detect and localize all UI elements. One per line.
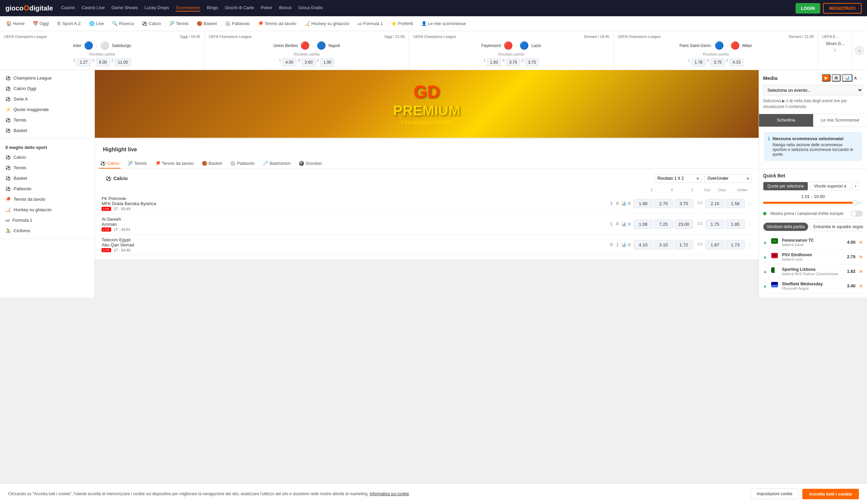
nav-ricerca[interactable]: 🔍 Ricerca: [109, 19, 137, 28]
odd-1-2[interactable]: 4.10: [634, 240, 653, 250]
qb-close-1[interactable]: ✕: [859, 254, 863, 260]
nav-hockey[interactable]: 🏒 Hockey su ghiaccio: [301, 19, 353, 28]
sidebar-quote-maggiorate[interactable]: ⚡ Quote maggiorate: [0, 104, 95, 115]
stats-icon-2[interactable]: 📊: [621, 242, 626, 247]
sidebar-basket-b[interactable]: ⚽ Basket: [0, 173, 95, 184]
nav-home[interactable]: 🏠 Home: [3, 19, 28, 28]
favorite-star-0[interactable]: ☆: [748, 201, 752, 206]
bet-tab-mie-scommesse[interactable]: Le mie Scommesse: [813, 114, 867, 127]
odd-btn-2-0[interactable]: 11.00: [115, 58, 131, 66]
favorite-star-1[interactable]: ☆: [748, 221, 752, 227]
range-slider[interactable]: [763, 202, 863, 204]
over-2[interactable]: 1.87: [705, 240, 725, 250]
odd-btn-1-0[interactable]: 1.27: [76, 58, 90, 66]
qb-like-2[interactable]: ▲: [763, 269, 767, 274]
sport-tab-tennis-tavolo[interactable]: 🏓 Tennis da tavolo: [154, 159, 195, 168]
nav-gioca-gratis[interactable]: Gioca Gratis: [298, 5, 323, 11]
nav-preferiti[interactable]: ⭐ Preferiti: [388, 19, 417, 28]
odd-1-0[interactable]: 1.88: [634, 199, 653, 208]
mt-tab-vincitore[interactable]: Vincitore della partita: [763, 222, 809, 231]
sport-tab-tennis[interactable]: 🎾 Tennis: [126, 159, 148, 168]
sidebar-calcio-oggi[interactable]: ⚽ Calcio Oggi: [0, 83, 95, 94]
qb-filter-selezione[interactable]: Quote per selezione: [763, 182, 808, 190]
elite-toggle-switch[interactable]: [851, 210, 863, 217]
sidebar-formula1[interactable]: 🏎 Formula 1: [0, 215, 95, 226]
nav-formula1[interactable]: 🏎 Formula 1: [354, 19, 386, 28]
sport-tab-pallavolo[interactable]: 🏐 Pallavolo: [228, 159, 256, 168]
register-button[interactable]: REGISTRATI: [823, 3, 861, 13]
under-2[interactable]: 1.73: [726, 240, 745, 250]
nav-lucky-drops[interactable]: Lucky Drops: [144, 5, 169, 11]
sport-tab-calcio[interactable]: ⚽ Calcio: [99, 159, 120, 168]
match-cards-next-btn[interactable]: ›: [855, 46, 864, 55]
odd-btn-x-2[interactable]: 3.70: [506, 58, 520, 66]
odd-btn-2-2[interactable]: 3.75: [525, 58, 539, 66]
sport-tab-badminton[interactable]: 🏸 Badminton: [261, 159, 292, 168]
odd-btn-1-3[interactable]: 1.78: [692, 58, 705, 66]
nav-bingo[interactable]: Bingo: [207, 5, 218, 11]
media-event-select[interactable]: Seleziona un evento...: [763, 85, 863, 96]
nav-sport-az[interactable]: ☰ Sport A-Z: [54, 19, 84, 28]
media-tab-video[interactable]: ▶: [822, 74, 831, 81]
sidebar-hockey[interactable]: 🏒 Hockey su ghiaccio: [0, 205, 95, 215]
odd-2-0[interactable]: 3.75: [674, 199, 693, 208]
qb-like-3[interactable]: ▲: [763, 284, 767, 288]
qb-close-2[interactable]: ✕: [859, 269, 863, 274]
over-0[interactable]: 2.10: [705, 199, 725, 208]
gd-premium-banner[interactable]: GDPREMIUM Il tuo programma fedeltà: [95, 70, 759, 138]
under-1[interactable]: 1.85: [726, 220, 745, 229]
qb-filter-vincite[interactable]: Vincite superiori a: [810, 182, 850, 190]
odd-x-0[interactable]: 2.75: [654, 199, 673, 208]
odd-1-1[interactable]: 1.08: [634, 220, 653, 229]
sidebar-tennis-b[interactable]: ⚽ Tennis: [0, 163, 95, 173]
nav-live[interactable]: 🌐 Live: [86, 19, 107, 28]
odd-2-2[interactable]: 1.72: [674, 240, 693, 250]
nav-calcio[interactable]: ⚽ Calcio: [139, 19, 164, 28]
odd-btn-2-1[interactable]: 1.90: [320, 58, 334, 66]
media-tab-stats[interactable]: 📊: [842, 74, 853, 81]
favorite-star-2[interactable]: ☆: [748, 242, 752, 248]
sidebar-serie-a[interactable]: ⚽ Serie A: [0, 94, 95, 104]
login-button[interactable]: LOGIN: [795, 3, 820, 13]
media-star-btn[interactable]: ☆: [858, 75, 863, 80]
sidebar-calcio[interactable]: ⚽ Calcio: [0, 152, 95, 163]
nav-giochi-carte[interactable]: Giochi di Carte: [225, 5, 254, 11]
odd-btn-x-1[interactable]: 3.60: [301, 58, 315, 66]
sidebar-ciclismo[interactable]: 🚴 Ciclismo: [0, 226, 95, 236]
qb-like-0[interactable]: ▲: [763, 240, 767, 245]
nav-scommesse[interactable]: Scommesse: [176, 5, 200, 11]
filter1-select[interactable]: Risultato 1 X 2: [654, 174, 702, 183]
sidebar-tennis-tavolo[interactable]: 🏓 Tennis da tavolo: [0, 194, 95, 205]
over-1[interactable]: 1.75: [705, 220, 725, 229]
qb-arrow-btn[interactable]: ›: [852, 182, 859, 190]
bet-tab-schedina[interactable]: Schedina: [759, 114, 813, 127]
nav-game-shows[interactable]: Game Shows: [111, 5, 138, 11]
odd-x-2[interactable]: 3.10: [654, 240, 673, 250]
mt-tab-entrambe[interactable]: Entrambe le squadre segneranno: [810, 222, 863, 231]
odd-2-1[interactable]: 23.00: [674, 220, 693, 229]
nav-tennis[interactable]: 🎾 Tennis: [165, 19, 192, 28]
odd-btn-x-3[interactable]: 3.75: [710, 58, 725, 66]
nav-pallavolo[interactable]: 🏐 Pallavolo: [222, 19, 253, 28]
odd-x-1[interactable]: 7.25: [654, 220, 673, 229]
sport-tab-basket[interactable]: 🏀 Basket: [201, 159, 224, 168]
stream-icon-2[interactable]: ⊞: [628, 242, 631, 247]
qb-close-0[interactable]: ✕: [859, 240, 863, 245]
nav-bonus[interactable]: Bonus: [279, 5, 292, 11]
odd-btn-x-0[interactable]: 6.00: [96, 58, 110, 66]
sidebar-tennis[interactable]: ⚽ Tennis: [0, 115, 95, 125]
nav-casino[interactable]: Casinò: [61, 5, 75, 11]
under-0[interactable]: 1.58: [726, 199, 745, 208]
sidebar-pallavolo[interactable]: ⚽ Pallavolo: [0, 184, 95, 194]
stats-icon-0[interactable]: 📊: [621, 201, 626, 206]
nav-poker[interactable]: Poker: [261, 5, 272, 11]
sidebar-basket[interactable]: ⚽ Basket: [0, 125, 95, 136]
stream-icon-0[interactable]: ⊞: [628, 201, 631, 206]
odd-btn-1-2[interactable]: 1.93: [487, 58, 501, 66]
stream-icon-1[interactable]: ⊞: [628, 222, 631, 227]
media-collapse-btn[interactable]: ∧: [854, 75, 857, 80]
qb-close-3[interactable]: ✕: [859, 283, 863, 289]
nav-oggi[interactable]: 📅 Oggi: [30, 19, 52, 28]
stats-icon-1[interactable]: 📊: [621, 222, 626, 227]
range-thumb[interactable]: [853, 200, 858, 206]
